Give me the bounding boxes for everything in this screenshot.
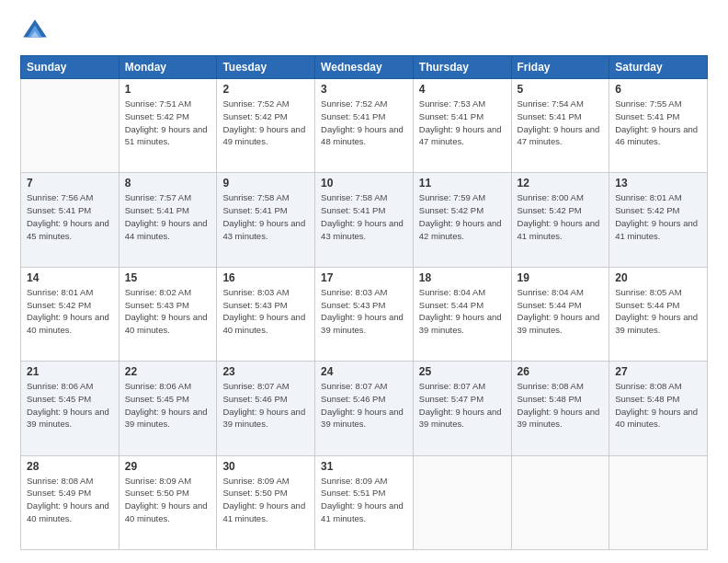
calendar-cell: 10Sunrise: 7:58 AM Sunset: 5:41 PM Dayli… (315, 173, 414, 267)
header-monday: Monday (119, 56, 217, 79)
day-info: Sunrise: 8:08 AM Sunset: 5:48 PM Dayligh… (615, 380, 701, 431)
day-number: 1 (125, 83, 211, 96)
day-number: 28 (27, 460, 113, 473)
header (20, 17, 708, 46)
day-info: Sunrise: 8:09 AM Sunset: 5:50 PM Dayligh… (125, 475, 211, 525)
day-number: 3 (321, 83, 407, 96)
day-info: Sunrise: 8:01 AM Sunset: 5:42 PM Dayligh… (27, 286, 113, 337)
week-row-2: 14Sunrise: 8:01 AM Sunset: 5:42 PM Dayli… (21, 267, 708, 361)
day-number: 24 (321, 365, 407, 378)
week-row-0: 1Sunrise: 7:51 AM Sunset: 5:42 PM Daylig… (21, 79, 708, 173)
calendar-cell (511, 455, 609, 549)
calendar-cell: 22Sunrise: 8:06 AM Sunset: 5:45 PM Dayli… (119, 362, 217, 455)
day-info: Sunrise: 7:53 AM Sunset: 5:41 PM Dayligh… (419, 98, 506, 148)
day-number: 26 (518, 365, 604, 378)
calendar-cell: 24Sunrise: 8:07 AM Sunset: 5:46 PM Dayli… (315, 362, 414, 455)
calendar-cell: 19Sunrise: 8:04 AM Sunset: 5:44 PM Dayli… (511, 267, 609, 361)
day-number: 16 (222, 271, 309, 284)
calendar-cell: 13Sunrise: 8:01 AM Sunset: 5:42 PM Dayli… (609, 173, 708, 267)
day-info: Sunrise: 7:55 AM Sunset: 5:41 PM Dayligh… (615, 98, 701, 148)
calendar-cell: 15Sunrise: 8:02 AM Sunset: 5:43 PM Dayli… (119, 267, 217, 361)
day-info: Sunrise: 8:00 AM Sunset: 5:42 PM Dayligh… (518, 191, 604, 242)
header-wednesday: Wednesday (315, 56, 414, 79)
day-info: Sunrise: 7:52 AM Sunset: 5:42 PM Dayligh… (222, 98, 309, 148)
calendar-cell: 8Sunrise: 7:57 AM Sunset: 5:41 PM Daylig… (119, 173, 217, 267)
day-info: Sunrise: 8:08 AM Sunset: 5:48 PM Dayligh… (518, 380, 604, 431)
calendar-cell: 3Sunrise: 7:52 AM Sunset: 5:41 PM Daylig… (315, 79, 414, 173)
page: SundayMondayTuesdayWednesdayThursdayFrid… (0, 0, 728, 563)
calendar-header: SundayMondayTuesdayWednesdayThursdayFrid… (21, 56, 708, 79)
calendar-cell: 2Sunrise: 7:52 AM Sunset: 5:42 PM Daylig… (217, 79, 315, 173)
day-number: 21 (27, 365, 113, 378)
day-info: Sunrise: 8:06 AM Sunset: 5:45 PM Dayligh… (27, 380, 113, 431)
header-row: SundayMondayTuesdayWednesdayThursdayFrid… (21, 56, 708, 79)
day-info: Sunrise: 7:54 AM Sunset: 5:41 PM Dayligh… (518, 98, 604, 148)
calendar-cell (21, 79, 119, 173)
day-number: 20 (615, 271, 701, 284)
calendar-cell: 7Sunrise: 7:56 AM Sunset: 5:41 PM Daylig… (21, 173, 119, 267)
calendar-cell: 26Sunrise: 8:08 AM Sunset: 5:48 PM Dayli… (511, 362, 609, 455)
day-info: Sunrise: 8:09 AM Sunset: 5:50 PM Dayligh… (222, 475, 309, 525)
day-number: 7 (27, 177, 113, 190)
calendar-cell: 5Sunrise: 7:54 AM Sunset: 5:41 PM Daylig… (511, 79, 609, 173)
day-number: 6 (615, 83, 701, 96)
logo (20, 17, 53, 46)
calendar-cell: 18Sunrise: 8:04 AM Sunset: 5:44 PM Dayli… (413, 267, 511, 361)
week-row-1: 7Sunrise: 7:56 AM Sunset: 5:41 PM Daylig… (21, 173, 708, 267)
day-info: Sunrise: 8:08 AM Sunset: 5:49 PM Dayligh… (27, 475, 113, 525)
day-number: 5 (518, 83, 604, 96)
week-row-4: 28Sunrise: 8:08 AM Sunset: 5:49 PM Dayli… (21, 455, 708, 549)
day-number: 18 (419, 271, 506, 284)
day-number: 8 (125, 177, 211, 190)
calendar-table: SundayMondayTuesdayWednesdayThursdayFrid… (20, 55, 708, 550)
calendar-cell: 29Sunrise: 8:09 AM Sunset: 5:50 PM Dayli… (119, 455, 217, 549)
calendar-cell: 6Sunrise: 7:55 AM Sunset: 5:41 PM Daylig… (609, 79, 708, 173)
day-info: Sunrise: 7:56 AM Sunset: 5:41 PM Dayligh… (27, 191, 113, 242)
calendar-cell: 25Sunrise: 8:07 AM Sunset: 5:47 PM Dayli… (413, 362, 511, 455)
day-info: Sunrise: 7:59 AM Sunset: 5:42 PM Dayligh… (419, 191, 506, 242)
calendar-cell: 14Sunrise: 8:01 AM Sunset: 5:42 PM Dayli… (21, 267, 119, 361)
day-number: 9 (222, 177, 309, 190)
calendar-cell: 28Sunrise: 8:08 AM Sunset: 5:49 PM Dayli… (21, 455, 119, 549)
day-number: 10 (321, 177, 407, 190)
day-info: Sunrise: 8:07 AM Sunset: 5:47 PM Dayligh… (419, 380, 506, 431)
day-info: Sunrise: 8:05 AM Sunset: 5:44 PM Dayligh… (615, 286, 701, 337)
day-info: Sunrise: 8:03 AM Sunset: 5:43 PM Dayligh… (321, 286, 407, 337)
day-number: 2 (222, 83, 309, 96)
day-number: 25 (419, 365, 506, 378)
header-sunday: Sunday (21, 56, 119, 79)
day-number: 27 (615, 365, 701, 378)
calendar-cell: 21Sunrise: 8:06 AM Sunset: 5:45 PM Dayli… (21, 362, 119, 455)
day-info: Sunrise: 8:02 AM Sunset: 5:43 PM Dayligh… (125, 286, 211, 337)
calendar-cell: 27Sunrise: 8:08 AM Sunset: 5:48 PM Dayli… (609, 362, 708, 455)
day-info: Sunrise: 8:01 AM Sunset: 5:42 PM Dayligh… (615, 191, 701, 242)
calendar-body: 1Sunrise: 7:51 AM Sunset: 5:42 PM Daylig… (21, 79, 708, 550)
header-friday: Friday (511, 56, 609, 79)
day-number: 29 (125, 460, 211, 473)
day-number: 19 (518, 271, 604, 284)
day-info: Sunrise: 8:07 AM Sunset: 5:46 PM Dayligh… (222, 380, 309, 431)
calendar-cell: 4Sunrise: 7:53 AM Sunset: 5:41 PM Daylig… (413, 79, 511, 173)
day-number: 14 (27, 271, 113, 284)
header-tuesday: Tuesday (217, 56, 315, 79)
day-info: Sunrise: 8:09 AM Sunset: 5:51 PM Dayligh… (321, 475, 407, 525)
day-info: Sunrise: 8:04 AM Sunset: 5:44 PM Dayligh… (518, 286, 604, 337)
day-info: Sunrise: 8:07 AM Sunset: 5:46 PM Dayligh… (321, 380, 407, 431)
day-number: 23 (222, 365, 309, 378)
calendar-cell: 17Sunrise: 8:03 AM Sunset: 5:43 PM Dayli… (315, 267, 414, 361)
day-info: Sunrise: 7:58 AM Sunset: 5:41 PM Dayligh… (321, 191, 407, 242)
day-number: 30 (222, 460, 309, 473)
day-number: 31 (321, 460, 407, 473)
calendar-cell: 1Sunrise: 7:51 AM Sunset: 5:42 PM Daylig… (119, 79, 217, 173)
calendar-cell (413, 455, 511, 549)
day-number: 17 (321, 271, 407, 284)
day-info: Sunrise: 8:03 AM Sunset: 5:43 PM Dayligh… (222, 286, 309, 337)
day-number: 11 (419, 177, 506, 190)
calendar-cell: 11Sunrise: 7:59 AM Sunset: 5:42 PM Dayli… (413, 173, 511, 267)
logo-icon (20, 17, 50, 46)
calendar-cell: 31Sunrise: 8:09 AM Sunset: 5:51 PM Dayli… (315, 455, 414, 549)
day-info: Sunrise: 7:58 AM Sunset: 5:41 PM Dayligh… (222, 191, 309, 242)
calendar-cell: 12Sunrise: 8:00 AM Sunset: 5:42 PM Dayli… (511, 173, 609, 267)
day-number: 22 (125, 365, 211, 378)
calendar-cell: 20Sunrise: 8:05 AM Sunset: 5:44 PM Dayli… (609, 267, 708, 361)
